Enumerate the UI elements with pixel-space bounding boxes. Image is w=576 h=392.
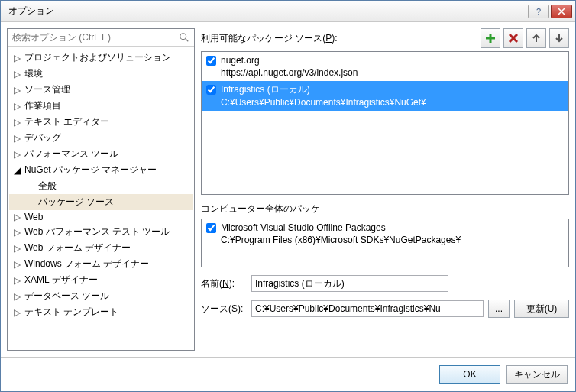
tree-item[interactable]: パッケージ ソース xyxy=(9,194,193,210)
move-down-button[interactable] xyxy=(549,28,569,48)
arrow-down-icon xyxy=(554,33,565,44)
tree-item-label: プロジェクトおよびソリューション xyxy=(24,51,171,64)
options-dialog: オプション ? ▷プロジェクトおよびソリューション▷環境▷ソース管理▷作業項目▷… xyxy=(0,0,576,392)
tree-item-label: データベース ツール xyxy=(24,290,109,303)
tree-item[interactable]: ▷プロジェクトおよびソリューション xyxy=(9,50,193,66)
tree-item[interactable]: ▷Web xyxy=(9,210,193,224)
source-item[interactable]: nuget.orghttps://api.nuget.org/v3/index.… xyxy=(202,52,568,81)
search-icon xyxy=(179,32,189,43)
name-field[interactable] xyxy=(251,275,448,292)
ok-button[interactable]: OK xyxy=(439,365,500,384)
source-name: Microsoft Visual Studio Offline Packages xyxy=(221,222,461,234)
remove-source-button[interactable] xyxy=(503,28,523,48)
source-row: ソース(S): ... 更新(U) xyxy=(201,300,569,318)
source-checkbox[interactable] xyxy=(206,85,216,95)
chevron-right-icon[interactable]: ▷ xyxy=(12,259,21,270)
tree-item[interactable]: ▷ソース管理 xyxy=(9,82,193,98)
svg-line-1 xyxy=(186,39,189,42)
source-name: Infragistics (ローカル) xyxy=(221,83,426,96)
close-button[interactable] xyxy=(551,5,572,18)
window-buttons: ? xyxy=(526,5,572,18)
machine-sources-label: コンピューター全体のパッケ xyxy=(201,202,569,215)
name-label: 名前(N): xyxy=(201,277,247,290)
sources-header: 利用可能なパッケージ ソース(P): xyxy=(201,28,569,48)
chevron-right-icon[interactable]: ▷ xyxy=(12,117,21,128)
source-name: nuget.org xyxy=(221,54,358,66)
chevron-right-icon[interactable]: ▷ xyxy=(12,85,21,96)
tree-item[interactable]: ▷デバッグ xyxy=(9,130,193,146)
tree-item[interactable]: ▷パフォーマンス ツール xyxy=(9,146,193,162)
chevron-right-icon[interactable]: ▷ xyxy=(12,275,21,286)
tree-item-label: ソース管理 xyxy=(24,83,70,96)
tree-item-label: 環境 xyxy=(24,67,43,80)
chevron-right-icon[interactable]: ▷ xyxy=(12,291,21,302)
plus-icon xyxy=(485,33,496,44)
chevron-right-icon[interactable]: ▷ xyxy=(12,212,21,222)
source-field[interactable] xyxy=(251,300,484,317)
tree-item-label: テキスト テンプレート xyxy=(24,306,118,319)
add-source-button[interactable] xyxy=(481,28,500,48)
move-up-button[interactable] xyxy=(526,28,546,48)
tree-item-label: Windows フォーム デザイナー xyxy=(24,258,149,271)
source-item[interactable]: Microsoft Visual Studio Offline Packages… xyxy=(202,219,568,248)
tree-item-label: NuGet パッケージ マネージャー xyxy=(24,164,157,177)
chevron-right-icon[interactable]: ▷ xyxy=(12,227,21,238)
update-button[interactable]: 更新(U) xyxy=(514,300,569,318)
source-checkbox[interactable] xyxy=(206,223,216,233)
chevron-right-icon[interactable]: ▷ xyxy=(12,101,21,112)
tree-item[interactable]: ▷テキスト エディター xyxy=(9,114,193,130)
dialog-footer: OK キャンセル xyxy=(1,357,575,391)
left-pane: ▷プロジェクトおよびソリューション▷環境▷ソース管理▷作業項目▷テキスト エディ… xyxy=(7,28,195,351)
tree-item[interactable]: 全般 xyxy=(9,178,193,194)
search-box[interactable] xyxy=(8,29,194,47)
tree-item-label: Web xyxy=(24,212,43,222)
tree-item[interactable]: ◢NuGet パッケージ マネージャー xyxy=(9,162,193,178)
tree-item[interactable]: ▷データベース ツール xyxy=(9,288,193,304)
tree-item[interactable]: ▷Windows フォーム デザイナー xyxy=(9,256,193,272)
chevron-right-icon[interactable]: ▷ xyxy=(12,53,21,63)
source-toolbar xyxy=(481,28,569,48)
close-icon xyxy=(558,8,565,15)
tree-item-label: テキスト エディター xyxy=(24,115,109,128)
options-tree[interactable]: ▷プロジェクトおよびソリューション▷環境▷ソース管理▷作業項目▷テキスト エディ… xyxy=(8,47,194,350)
right-pane: 利用可能なパッケージ ソース(P): xyxy=(201,28,569,351)
tree-item-label: パフォーマンス ツール xyxy=(24,147,118,160)
source-item[interactable]: Infragistics (ローカル)C:¥Users¥Public¥Docum… xyxy=(202,81,568,110)
source-checkbox[interactable] xyxy=(206,56,216,66)
window-title: オプション xyxy=(8,5,526,18)
tree-item-label: パッケージ ソース xyxy=(38,196,114,209)
browse-button[interactable]: ... xyxy=(488,300,510,318)
machine-sources-list[interactable]: Microsoft Visual Studio Offline Packages… xyxy=(201,219,569,267)
x-icon xyxy=(508,33,519,44)
main: ▷プロジェクトおよびソリューション▷環境▷ソース管理▷作業項目▷テキスト エディ… xyxy=(1,22,575,357)
chevron-right-icon[interactable]: ▷ xyxy=(12,69,21,79)
tree-item-label: XAML デザイナー xyxy=(24,274,98,287)
chevron-down-icon[interactable]: ◢ xyxy=(12,165,21,176)
chevron-right-icon[interactable]: ▷ xyxy=(12,243,21,254)
chevron-right-icon[interactable]: ▷ xyxy=(12,307,21,318)
tree-item-label: Web パフォーマンス テスト ツール xyxy=(24,225,170,238)
titlebar: オプション ? xyxy=(1,1,575,22)
tree-item-label: デバッグ xyxy=(24,131,61,144)
chevron-right-icon[interactable]: ▷ xyxy=(12,133,21,144)
tree-item-label: Web フォーム デザイナー xyxy=(24,241,131,254)
tree-item[interactable]: ▷XAML デザイナー xyxy=(9,272,193,288)
cancel-button[interactable]: キャンセル xyxy=(506,365,568,384)
chevron-right-icon[interactable]: ▷ xyxy=(12,149,21,160)
arrow-up-icon xyxy=(531,33,542,44)
tree-item[interactable]: ▷Web パフォーマンス テスト ツール xyxy=(9,224,193,240)
tree-item[interactable]: ▷作業項目 xyxy=(9,98,193,114)
svg-point-0 xyxy=(180,34,186,40)
name-row: 名前(N): xyxy=(201,275,569,292)
source-path: C:¥Users¥Public¥Documents¥Infragistics¥N… xyxy=(221,96,426,109)
available-sources-list[interactable]: nuget.orghttps://api.nuget.org/v3/index.… xyxy=(201,51,569,195)
tree-item[interactable]: ▷テキスト テンプレート xyxy=(9,304,193,320)
search-input[interactable] xyxy=(12,32,176,43)
source-path: C:¥Program Files (x86)¥Microsoft SDKs¥Nu… xyxy=(221,234,461,246)
tree-item-label: 全般 xyxy=(38,180,57,193)
help-button[interactable]: ? xyxy=(528,5,549,18)
tree-item[interactable]: ▷環境 xyxy=(9,66,193,82)
tree-item[interactable]: ▷Web フォーム デザイナー xyxy=(9,240,193,256)
source-label: ソース(S): xyxy=(201,303,247,316)
content: ▷プロジェクトおよびソリューション▷環境▷ソース管理▷作業項目▷テキスト エディ… xyxy=(1,22,575,391)
